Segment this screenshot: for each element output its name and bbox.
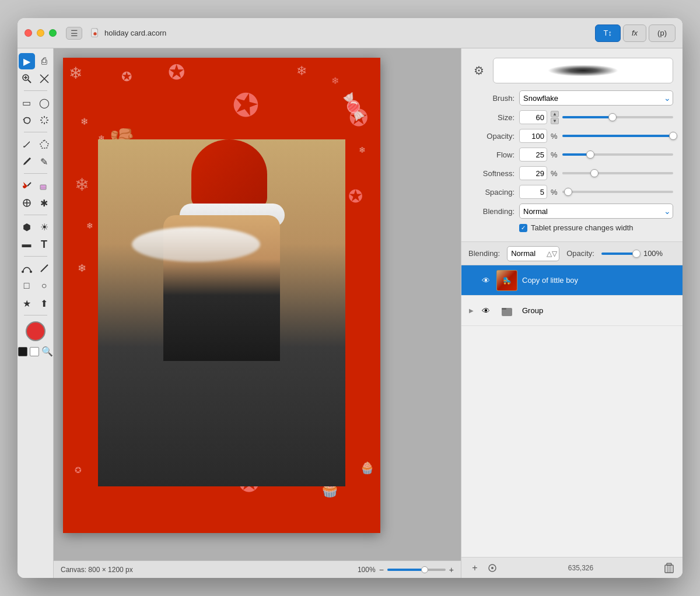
bezier-button[interactable] <box>19 260 35 276</box>
flow-control: 25 % <box>519 148 673 162</box>
zoom-out-button[interactable]: 🔍 <box>41 346 53 357</box>
softness-slider-knob[interactable] <box>590 169 598 177</box>
eyedropper-button[interactable] <box>19 136 35 152</box>
tablet-pressure-checkbox[interactable]: ✓ <box>519 224 527 232</box>
layers-opacity-slider[interactable] <box>601 253 636 255</box>
size-input[interactable]: 60 <box>519 110 547 124</box>
flow-slider-track[interactable] <box>562 153 673 156</box>
flow-label: Flow: <box>471 150 514 159</box>
minimize-button[interactable] <box>37 29 44 37</box>
line-button[interactable] <box>36 260 52 276</box>
text-button[interactable]: T <box>36 236 52 253</box>
canvas-info-label: Canvas: 800 × 1200 px <box>61 566 348 574</box>
magic-wand-button[interactable] <box>36 112 52 128</box>
spacing-slider-track[interactable] <box>562 191 673 193</box>
brush-select-wrapper: Snowflake ⌄ <box>519 90 673 106</box>
layer-thumbnail-group <box>496 300 517 321</box>
opacity-slider-fill <box>562 135 673 137</box>
softness-slider-track[interactable] <box>562 172 673 174</box>
zoom-in-icon[interactable]: + <box>449 565 454 574</box>
opacity-slider-track[interactable] <box>562 135 673 137</box>
gradient-button[interactable]: ▬ <box>19 236 35 253</box>
brush-settings-gear-button[interactable]: ⚙ <box>471 62 487 79</box>
layers-opacity-knob[interactable] <box>632 250 640 258</box>
svg-point-27 <box>491 567 494 569</box>
size-down-button[interactable]: ▼ <box>551 118 559 124</box>
size-up-button[interactable]: ▲ <box>551 111 559 117</box>
canvas-area: ❄ ✪ ✪ ✪ ❄ ❄ ✪ 🍬 ❄ ❄ ❄ <box>54 48 461 578</box>
layers-blending-select[interactable]: Normal Multiply Screen <box>507 246 559 261</box>
ellipse-select-button[interactable]: ◯ <box>36 94 52 111</box>
layer-name-copy-boy: Copy of little boy <box>522 276 677 285</box>
layer-expand-group[interactable]: ▶ <box>467 307 475 315</box>
ellipse-shape-button[interactable]: ○ <box>36 278 52 294</box>
polygon-select-button[interactable] <box>36 136 52 152</box>
size-setting-row: Size: 60 ▲ ▼ <box>471 110 673 124</box>
shape-tool-button[interactable]: ⬢ <box>19 219 35 235</box>
svg-rect-32 <box>667 563 671 565</box>
opacity-unit: % <box>551 132 559 141</box>
canvas-image: ❄ ✪ ✪ ✪ ❄ ❄ ✪ 🍬 ❄ ❄ ❄ <box>63 58 380 533</box>
layers-footer: + 635,326 <box>461 557 682 578</box>
sparkle-button[interactable]: ✱ <box>36 195 52 211</box>
add-layer-button[interactable]: + <box>468 562 481 574</box>
rect-shape-button[interactable]: □ <box>19 278 35 294</box>
zoom-tool-button[interactable] <box>19 71 35 87</box>
flow-input[interactable]: 25 <box>519 148 547 162</box>
white-color-swatch[interactable] <box>30 347 39 356</box>
star-shape-button[interactable]: ★ <box>19 295 35 311</box>
titlebar: ☰ holiday card.acorn T↕ fx (p) <box>18 18 682 48</box>
foreground-color-swatch[interactable] <box>26 321 46 341</box>
spacing-slider-knob[interactable] <box>564 188 572 196</box>
flow-slider-knob[interactable] <box>586 150 594 159</box>
maximize-button[interactable] <box>49 29 57 37</box>
black-color-swatch[interactable] <box>18 347 27 356</box>
brush-label: Brush: <box>471 94 514 103</box>
layer-visibility-copy-boy[interactable]: 👁 <box>480 275 492 286</box>
arrow-shape-button[interactable]: ⬆ <box>36 295 52 311</box>
blending-select[interactable]: Normal Multiply Screen Overlay <box>519 204 673 219</box>
svg-rect-16 <box>40 185 46 190</box>
layers-blending-label: Blending: <box>468 249 500 258</box>
layer-visibility-group[interactable]: 👁 <box>480 305 492 317</box>
zoom-out-icon[interactable]: − <box>379 565 384 574</box>
select-tool-button[interactable]: ▶ <box>19 53 35 69</box>
rect-select-button[interactable]: ▭ <box>19 94 35 111</box>
eraser-button[interactable] <box>36 177 52 194</box>
size-slider-knob[interactable] <box>608 113 617 121</box>
fill-button[interactable] <box>19 177 35 194</box>
opacity-input[interactable]: 100 <box>519 129 547 143</box>
opacity-setting-row: Opacity: 100 % <box>471 129 673 143</box>
layer-settings-button[interactable] <box>486 562 499 574</box>
right-panel: ⚙ Brush: Snowflake ⌄ <box>461 48 682 578</box>
tab-fx-button[interactable]: fx <box>623 24 646 42</box>
layer-item-copy-boy[interactable]: 👁 🛼 Copy of little boy <box>461 265 682 296</box>
tab-p-button[interactable]: (p) <box>649 24 676 42</box>
filename-label: holiday card.acorn <box>104 29 166 37</box>
delete-layer-button[interactable] <box>663 562 676 574</box>
pencil-tool-button[interactable]: ✎ <box>36 153 52 170</box>
crop-tool-button[interactable]: ⎙ <box>36 53 52 69</box>
brush-button[interactable] <box>19 153 35 170</box>
brush-select[interactable]: Snowflake <box>519 90 673 106</box>
close-button[interactable] <box>24 29 32 37</box>
transform-tool-button[interactable] <box>36 71 52 87</box>
zoom-slider-knob[interactable] <box>421 566 428 573</box>
softness-input[interactable]: 29 <box>519 166 547 180</box>
zoom-slider-track[interactable] <box>387 569 446 571</box>
tablet-pressure-row: ✓ Tablet pressure changes width <box>471 223 673 232</box>
spacing-input[interactable]: 5 <box>519 185 547 199</box>
svg-rect-25 <box>502 308 506 310</box>
sidebar-toggle-button[interactable]: ☰ <box>66 27 82 40</box>
canvas-scroll[interactable]: ❄ ✪ ✪ ✪ ❄ ❄ ✪ 🍬 ❄ ❄ ❄ <box>54 48 461 560</box>
clone-button[interactable] <box>19 195 35 211</box>
brush-preview-area <box>493 58 673 83</box>
blending-select-wrapper: Normal Multiply Screen Overlay ⌄ <box>519 204 673 219</box>
layer-item-group[interactable]: ▶ 👁 Group <box>461 296 682 326</box>
size-slider-track[interactable] <box>562 116 673 118</box>
file-icon <box>89 27 101 39</box>
sun-tool-button[interactable]: ☀ <box>36 219 52 235</box>
tab-brush-button[interactable]: T↕ <box>595 24 621 42</box>
lasso-button[interactable] <box>19 112 35 128</box>
opacity-slider-knob[interactable] <box>669 132 677 140</box>
